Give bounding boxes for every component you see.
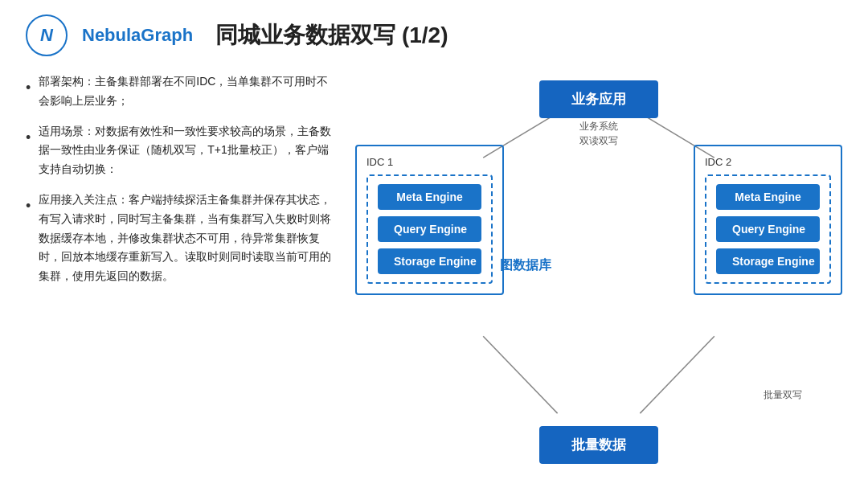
bullet-dot: • — [26, 76, 31, 111]
logo-name: NebulaGraph — [82, 25, 193, 46]
logo-letter: N — [40, 25, 53, 46]
list-item: • 应用接入关注点：客户端持续探活主备集群并保存其状态，有写入请求时，同时写主备… — [26, 191, 339, 286]
idc1-label: IDC 1 — [366, 156, 493, 168]
idc2-box: IDC 2 Meta Engine Query Engine Storage E… — [694, 145, 842, 295]
bullet-text-1: 部署架构：主备集群部署在不同IDC，当单集群不可用时不会影响上层业务； — [39, 72, 339, 111]
annotation-batch-text: 批量双写 — [764, 389, 802, 400]
header: N NebulaGraph 同城业务数据双写 (1/2) — [0, 0, 868, 64]
idc1-box: IDC 1 Meta Engine Query Engine Storage E… — [355, 145, 504, 295]
annotation-batch: 批量双写 — [764, 388, 802, 402]
idc2-meta-engine: Meta Engine — [716, 184, 820, 210]
left-panel: • 部署架构：主备集群部署在不同IDC，当单集群不可用时不会影响上层业务； • … — [26, 64, 339, 486]
idc1-meta-engine: Meta Engine — [378, 184, 481, 210]
bullet-dot: • — [26, 194, 31, 286]
annotation-biz-text: 业务系统双读双写 — [579, 121, 618, 146]
bullet-dot: • — [26, 125, 31, 179]
batch-data-label: 批量数据 — [571, 437, 626, 453]
annotation-biz: 业务系统双读双写 — [579, 119, 618, 148]
page-title: 同城业务数据双写 (1/2) — [215, 20, 448, 51]
bullet-list: • 部署架构：主备集群部署在不同IDC，当单集群不可用时不会影响上层业务； • … — [26, 72, 339, 286]
bullet-text-3: 应用接入关注点：客户端持续探活主备集群并保存其状态，有写入请求时，同时写主备集群… — [39, 191, 339, 286]
svg-line-3 — [640, 336, 714, 413]
idc1-storage-engine: Storage Engine — [378, 248, 481, 274]
main-content: • 部署架构：主备集群部署在不同IDC，当单集群不可用时不会影响上层业务； • … — [0, 64, 868, 486]
idc1-inner: Meta Engine Query Engine Storage Engine — [366, 174, 493, 284]
batch-data-box: 批量数据 — [539, 426, 658, 464]
idc1-query-engine: Query Engine — [378, 216, 481, 242]
bullet-text-2: 适用场景：对数据有效性和一致性要求较高的场景，主备数据一致性由业务保证（随机双写… — [39, 122, 339, 179]
idc2-label: IDC 2 — [705, 156, 831, 168]
list-item: • 部署架构：主备集群部署在不同IDC，当单集群不可用时不会影响上层业务； — [26, 72, 339, 111]
graph-db-label: 图数据库 — [500, 257, 551, 274]
svg-line-2 — [483, 336, 557, 413]
diagram-container: 业务应用 业务系统双读双写 IDC 1 Meta Engine Query En… — [355, 64, 842, 486]
idc2-storage-engine: Storage Engine — [716, 248, 820, 274]
right-panel: 业务应用 业务系统双读双写 IDC 1 Meta Engine Query En… — [355, 64, 842, 486]
biz-app-box: 业务应用 — [539, 80, 658, 118]
idc2-inner: Meta Engine Query Engine Storage Engine — [705, 174, 831, 284]
biz-app-label: 业务应用 — [571, 92, 626, 107]
list-item: • 适用场景：对数据有效性和一致性要求较高的场景，主备数据一致性由业务保证（随机… — [26, 122, 339, 179]
graph-db-text: 图数据库 — [500, 258, 551, 272]
logo-circle: N — [26, 14, 68, 56]
idc2-query-engine: Query Engine — [716, 216, 820, 242]
